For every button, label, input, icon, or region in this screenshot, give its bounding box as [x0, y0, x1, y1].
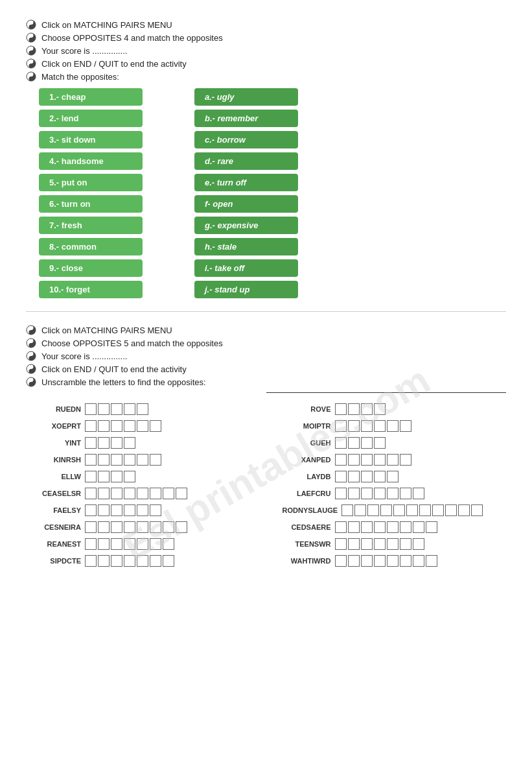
left-item-4[interactable]: 4.- handsome [39, 152, 143, 170]
box[interactable] [393, 504, 405, 516]
box[interactable] [361, 471, 373, 482]
box[interactable] [348, 420, 360, 432]
box[interactable] [400, 521, 411, 533]
box[interactable] [335, 403, 347, 415]
box[interactable] [335, 471, 347, 482]
box[interactable] [111, 420, 122, 432]
box[interactable] [150, 420, 161, 432]
box[interactable] [400, 488, 411, 499]
box[interactable] [374, 471, 386, 482]
box[interactable] [413, 538, 424, 550]
box[interactable] [471, 504, 483, 516]
box[interactable] [150, 488, 161, 499]
box[interactable] [111, 403, 122, 415]
box[interactable] [335, 521, 347, 533]
box[interactable] [124, 403, 135, 415]
box[interactable] [163, 521, 174, 533]
right-item-b[interactable]: b.- remember [194, 110, 298, 127]
box[interactable] [124, 555, 135, 567]
box[interactable] [361, 420, 373, 432]
box[interactable] [137, 488, 148, 499]
box[interactable] [361, 454, 373, 466]
box[interactable] [85, 555, 97, 567]
box[interactable] [400, 538, 411, 550]
box[interactable] [348, 437, 360, 449]
box[interactable] [335, 454, 347, 466]
box[interactable] [374, 488, 386, 499]
box[interactable] [406, 504, 418, 516]
box[interactable] [374, 420, 386, 432]
box[interactable] [387, 420, 399, 432]
box[interactable] [111, 437, 122, 449]
box[interactable] [98, 538, 110, 550]
left-item-10[interactable]: 10.- forget [39, 281, 143, 298]
box[interactable] [374, 521, 386, 533]
box[interactable] [111, 454, 122, 466]
right-item-j[interactable]: j.- stand up [194, 281, 298, 298]
box[interactable] [374, 555, 386, 567]
right-item-h[interactable]: h.- stale [194, 238, 298, 255]
box[interactable] [85, 488, 97, 499]
box[interactable] [98, 504, 110, 516]
box[interactable] [361, 403, 373, 415]
right-item-c[interactable]: c.- borrow [194, 131, 298, 148]
right-item-f[interactable]: f- open [194, 195, 298, 213]
box[interactable] [387, 521, 399, 533]
right-item-d[interactable]: d.- rare [194, 152, 298, 170]
box[interactable] [361, 437, 373, 449]
box[interactable] [400, 555, 411, 567]
box[interactable] [361, 538, 373, 550]
box[interactable] [124, 538, 135, 550]
box[interactable] [124, 521, 135, 533]
box[interactable] [124, 488, 135, 499]
box[interactable] [348, 555, 360, 567]
box[interactable] [85, 504, 97, 516]
box[interactable] [348, 488, 360, 499]
box[interactable] [111, 504, 122, 516]
box[interactable] [137, 420, 148, 432]
box[interactable] [98, 403, 110, 415]
box[interactable] [98, 488, 110, 499]
box[interactable] [137, 555, 148, 567]
box[interactable] [426, 555, 437, 567]
box[interactable] [335, 488, 347, 499]
box[interactable] [387, 471, 399, 482]
box[interactable] [137, 504, 148, 516]
box[interactable] [335, 555, 347, 567]
box[interactable] [163, 488, 174, 499]
box[interactable] [137, 521, 148, 533]
box[interactable] [432, 504, 444, 516]
box[interactable] [445, 504, 457, 516]
box[interactable] [387, 488, 399, 499]
box[interactable] [98, 454, 110, 466]
box[interactable] [85, 538, 97, 550]
left-item-2[interactable]: 2.- lend [39, 110, 143, 127]
left-item-7[interactable]: 7.- fresh [39, 217, 143, 234]
box[interactable] [400, 454, 411, 466]
box[interactable] [150, 555, 161, 567]
box[interactable] [85, 454, 97, 466]
box[interactable] [124, 454, 135, 466]
box[interactable] [419, 504, 431, 516]
box[interactable] [163, 555, 174, 567]
box[interactable] [400, 420, 411, 432]
right-item-e[interactable]: e.- turn off [194, 174, 298, 191]
box[interactable] [348, 403, 360, 415]
box[interactable] [98, 471, 110, 482]
box[interactable] [380, 504, 392, 516]
box[interactable] [150, 538, 161, 550]
box[interactable] [111, 488, 122, 499]
box[interactable] [374, 437, 386, 449]
box[interactable] [111, 521, 122, 533]
box[interactable] [374, 454, 386, 466]
right-item-g[interactable]: g.- expensive [194, 217, 298, 234]
box[interactable] [413, 521, 424, 533]
left-item-8[interactable]: 8.- common [39, 238, 143, 255]
box[interactable] [361, 521, 373, 533]
box[interactable] [374, 403, 386, 415]
box[interactable] [335, 437, 347, 449]
box[interactable] [124, 437, 135, 449]
box[interactable] [163, 538, 174, 550]
box[interactable] [137, 454, 148, 466]
box[interactable] [137, 403, 148, 415]
